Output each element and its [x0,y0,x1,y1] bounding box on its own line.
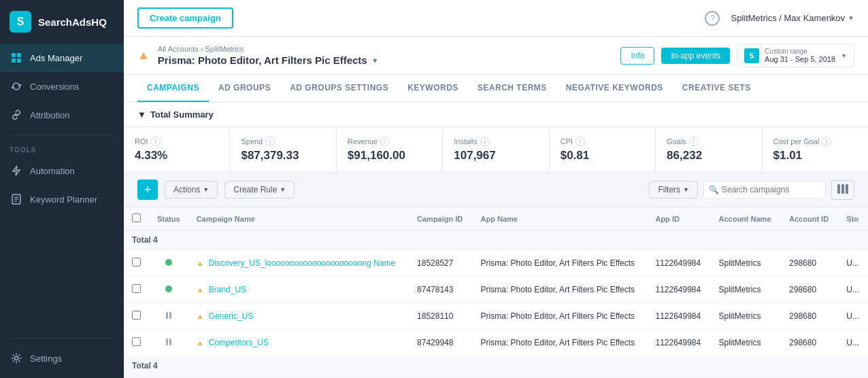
add-button[interactable]: + [137,179,158,200]
logo-text: SearchAdsHQ [38,16,107,28]
sidebar-item-keyword-planner[interactable]: Keyword Planner [0,185,124,213]
campaign-name-text[interactable]: Discovery_US_looooooooooooooooooooong Na… [209,258,395,268]
help-icon[interactable]: ? [705,11,720,26]
sidebar-nav: Ads Manager Conversions Attribution [0,44,124,332]
filters-chevron-icon: ▼ [683,186,689,193]
tab-keywords[interactable]: KEYWORDS [398,75,468,102]
tab-search-terms[interactable]: SEARCH TERMS [468,75,556,102]
row-app-name-cell: Prisma: Photo Editor, Art Filters Pic Ef… [473,250,648,277]
main-content: Create campaign ? SplitMetrics / Max Kam… [124,0,868,378]
campaign-triangle-icon: ▲ [197,339,204,347]
spend-info-icon[interactable]: i [265,137,275,146]
sidebar-item-attribution[interactable]: Attribution [0,101,124,129]
tab-campaigns[interactable]: CAMPAIGNS [137,75,209,102]
installs-info-icon[interactable]: i [480,137,490,146]
card-cpg-value: $1.01 [773,149,857,162]
calendar-icon: 5 [744,48,759,63]
row-campaign-name-cell: ▲ Brand_US [188,277,409,303]
tab-creative-sets[interactable]: CREATIVE SETS [673,75,761,102]
table-row: ▲ Competitors_US 87429948 Prisma: Photo … [124,330,868,356]
create-campaign-button[interactable]: Create campaign [137,7,233,29]
sidebar-item-label: Ads Manager [30,53,82,63]
row-store-cell: U... [838,303,868,330]
summary-card-installs: Installs i 107,967 [443,127,549,172]
sidebar-item-automation[interactable]: Automation [0,156,124,185]
row-app-id-cell: 1122649984 [647,277,710,303]
svg-point-9 [15,357,18,360]
row-checkbox[interactable] [132,337,141,346]
cpg-info-icon[interactable]: i [822,137,831,146]
tab-negative-keywords[interactable]: NEGATIVE KEYWORDS [556,75,673,102]
sidebar: S SearchAdsHQ Ads Manager [0,0,124,378]
row-checkbox[interactable] [132,284,141,293]
search-campaigns-input[interactable] [703,181,826,199]
account-selector[interactable]: SplitMetrics / Max Kamenkov ▼ [731,13,854,23]
col-campaign-id[interactable]: Campaign ID [409,207,473,230]
campaign-triangle-icon: ▲ [197,312,204,320]
row-checkbox[interactable] [132,311,141,320]
col-store[interactable]: Sto [838,207,868,230]
row-checkbox-cell [124,277,149,303]
select-all-checkbox[interactable] [132,213,141,222]
campaigns-table: Status Campaign Name Campaign ID App Nam… [124,207,868,376]
row-app-id-cell: 1122649984 [647,303,710,330]
svg-rect-1 [17,53,21,57]
row-app-name-cell: Prisma: Photo Editor, Art Filters Pic Ef… [473,303,648,330]
columns-button[interactable] [831,180,854,200]
summary-arrow-icon: ▼ [137,109,146,120]
row-campaign-id-cell: 87478143 [409,277,473,303]
roi-info-icon[interactable]: i [151,137,161,146]
col-account-name[interactable]: Account Name [710,207,781,230]
actions-label: Actions [173,185,200,194]
col-app-name[interactable]: App Name [473,207,648,230]
tabs-bar: CAMPAIGNS AD GROUPS AD GROUPS SETTINGS K… [124,75,868,103]
col-status[interactable]: Status [149,207,188,230]
sidebar-item-label: Settings [30,354,62,364]
col-app-id[interactable]: App ID [647,207,710,230]
app-title-dropdown-icon[interactable]: ▼ [371,56,379,65]
create-rule-label: Create Rule [233,185,277,194]
summary-card-spend: Spend i $87,379.33 [230,127,336,172]
svg-rect-11 [841,184,844,194]
goals-info-icon[interactable]: i [689,137,699,146]
zap-icon [10,164,23,177]
total-label-bottom: Total 4 [124,356,868,376]
campaign-name-text[interactable]: Competitors_US [209,338,269,347]
row-account-id-cell: 298680 [781,277,838,303]
create-rule-chevron-icon: ▼ [280,186,286,193]
row-checkbox[interactable] [132,258,141,267]
summary-toggle[interactable]: ▼ Total Summary [124,103,868,127]
sidebar-item-conversions[interactable]: Conversions [0,72,124,101]
logo-area[interactable]: S SearchAdsHQ [0,0,124,44]
card-installs-label: Installs i [454,137,537,146]
date-range-text-area: Custom range Aug 31 - Sep 5, 2018 [765,48,835,63]
filters-button[interactable]: Filters ▼ [649,181,698,199]
tab-ad-groups[interactable]: AD GROUPS [209,75,280,102]
actions-button[interactable]: Actions ▼ [165,181,218,199]
columns-icon [837,186,848,196]
create-rule-button[interactable]: Create Rule ▼ [224,181,295,199]
sidebar-item-settings[interactable]: Settings [0,344,124,373]
topbar-right: ? SplitMetrics / Max Kamenkov ▼ [705,11,854,26]
revenue-info-icon[interactable]: i [380,137,390,146]
col-account-id[interactable]: Account ID [781,207,838,230]
tab-ad-groups-settings[interactable]: AD GROUPS SETTINGS [280,75,398,102]
col-campaign-name[interactable]: Campaign Name [188,207,409,230]
in-app-events-button[interactable]: In-app events [661,48,730,64]
summary-card-cost-per-goal: Cost per Goal i $1.01 [763,127,868,172]
sidebar-item-ads-manager[interactable]: Ads Manager [0,44,124,72]
pause-bars-icon [166,312,171,319]
app-info: All Accounts › SplitMetrics Prisma: Phot… [158,45,379,66]
svg-marker-4 [13,166,20,175]
row-account-id-cell: 298680 [781,330,838,356]
svg-rect-3 [17,58,21,63]
date-range-picker[interactable]: 5 Custom range Aug 31 - Sep 5, 2018 ▼ [737,44,854,67]
info-button[interactable]: Info [620,47,654,65]
card-spend-label: Spend i [241,137,324,146]
cpi-info-icon[interactable]: i [575,137,585,146]
row-status-cell [149,303,188,330]
actions-chevron-icon: ▼ [203,186,209,193]
campaign-name-text[interactable]: Generic_US [209,311,253,321]
campaign-name-text[interactable]: Brand_US [209,285,246,294]
table-row: ▲ Brand_US 87478143 Prisma: Photo Editor… [124,277,868,303]
